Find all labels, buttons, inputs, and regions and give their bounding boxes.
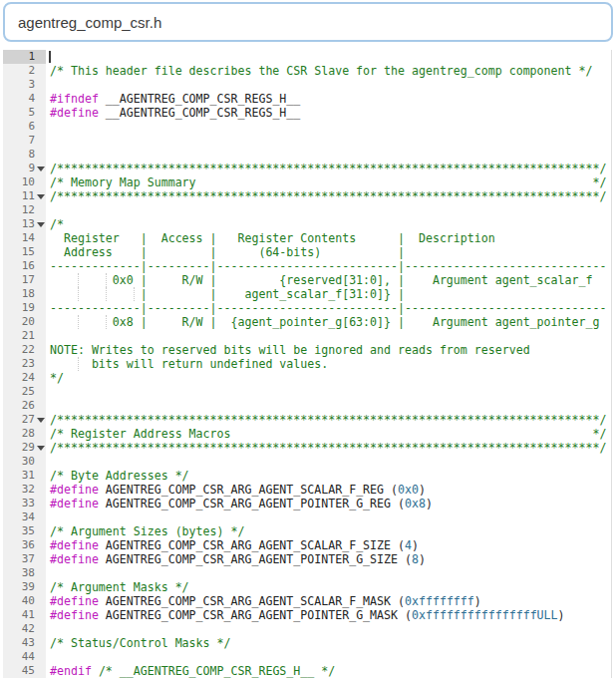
- code-line-text: #define AGENTREG_COMP_CSR_ARG_AGENT_SCAL…: [46, 594, 611, 608]
- gutter-line-number: 40: [3, 594, 46, 608]
- gutter-line-number: 19: [3, 301, 46, 315]
- comment-token: /* Byte Addresses */: [50, 469, 189, 483]
- number-token: 0xffffffff: [405, 594, 474, 608]
- comment-token: */: [50, 371, 64, 385]
- code-line: 14 Register | Access | Register Contents…: [3, 231, 611, 245]
- code-line-text: /* Byte Addresses */: [46, 469, 611, 483]
- gutter-line-number: 14: [3, 231, 46, 245]
- indent-guide: [78, 273, 79, 287]
- code-line: 8: [3, 148, 611, 162]
- fold-spacer: [35, 203, 46, 217]
- gutter-line-number: 39: [3, 580, 46, 594]
- comment-token: | | agent_scalar_f[31:0]} |: [50, 287, 405, 301]
- page: 12/* This header file describes the CSR …: [0, 0, 616, 678]
- code-line-text: #define AGENTREG_COMP_CSR_ARG_AGENT_POIN…: [46, 608, 611, 622]
- comment-token: /* Status/Control Masks */: [50, 636, 230, 650]
- code-line: 18 | | agent_scalar_f[31:0]} |: [3, 287, 611, 301]
- gutter-line-number: 4: [3, 92, 46, 106]
- code-line-text: [46, 399, 611, 413]
- code-token: ): [419, 552, 426, 566]
- code-line: 27/*************************************…: [3, 413, 611, 427]
- fold-spacer: [35, 106, 46, 120]
- code-line: 32#define AGENTREG_COMP_CSR_ARG_AGENT_SC…: [3, 483, 611, 497]
- indent-guide: [78, 287, 79, 301]
- fold-widget[interactable]: [35, 189, 46, 203]
- code-line-text: [46, 510, 611, 524]
- code-line: 20 0x8 | R/W | {agent_pointer_g[63:0]} |…: [3, 315, 611, 329]
- code-line-text: [46, 329, 611, 343]
- fold-spacer: [35, 371, 46, 385]
- code-line-text: /***************************************…: [46, 162, 611, 175]
- gutter-line-number: 44: [3, 650, 46, 664]
- code-line: 42: [3, 622, 611, 636]
- fold-spacer: [35, 524, 46, 538]
- comment-token: /* This header file describes the CSR Sl…: [50, 64, 592, 78]
- code-line-text: /***************************************…: [46, 413, 611, 427]
- number-token: 0x8: [405, 497, 426, 510]
- code-line-text: [46, 622, 611, 636]
- comment-token: /***************************************…: [50, 413, 606, 427]
- code-line-text: 0x0 | R/W | {reserved[31:0], | Argument …: [46, 273, 611, 287]
- preprocessor-token: #ifndef: [50, 92, 99, 106]
- gutter-line-number: 43: [3, 636, 46, 650]
- gutter-line-number: 38: [3, 566, 46, 580]
- fold-spacer: [35, 64, 46, 78]
- fold-widget[interactable]: [35, 441, 46, 455]
- code-line: 35/* Argument Sizes (bytes) */: [3, 524, 611, 538]
- code-line: 7: [3, 134, 611, 148]
- gutter-line-number: 16: [3, 259, 46, 273]
- fold-spacer: [35, 636, 46, 650]
- code-line-text: [46, 385, 611, 399]
- preprocessor-token: #define: [50, 608, 99, 622]
- fold-spacer: [35, 622, 46, 636]
- code-line-text: #define AGENTREG_COMP_CSR_ARG_AGENT_SCAL…: [46, 538, 611, 552]
- code-line-text: #define AGENTREG_COMP_CSR_ARG_AGENT_POIN…: [46, 552, 611, 566]
- code-line-text: #define __AGENTREG_COMP_CSR_REGS_H__: [46, 106, 611, 120]
- fold-spacer: [35, 120, 46, 134]
- fold-spacer: [35, 329, 46, 343]
- code-line: 21: [3, 329, 611, 343]
- fold-widget[interactable]: [35, 162, 46, 175]
- gutter-line-number: 30: [3, 455, 46, 469]
- fold-spacer: [35, 273, 46, 287]
- gutter-line-number: 18: [3, 287, 46, 301]
- code-line-text: #endif /* __AGENTREG_COMP_CSR_REGS_H__ *…: [46, 664, 611, 678]
- code-line-text: /* Register Address Macros */: [46, 427, 611, 441]
- code-line: 40#define AGENTREG_COMP_CSR_ARG_AGENT_SC…: [3, 594, 611, 608]
- code-line: 3: [3, 78, 611, 92]
- code-token: ): [474, 594, 481, 608]
- code-line-text: /* Argument Masks */: [46, 580, 611, 594]
- fold-spacer: [35, 385, 46, 399]
- number-token: 8: [412, 552, 419, 566]
- code-token: AGENTREG_COMP_CSR_ARG_AGENT_SCALAR_F_SIZ…: [99, 538, 405, 552]
- fold-spacer: [35, 538, 46, 552]
- comment-token: /* Register Address Macros */: [50, 427, 606, 441]
- gutter-line-number: 45: [3, 664, 46, 678]
- fold-widget[interactable]: [35, 413, 46, 427]
- fold-spacer: [35, 50, 46, 64]
- fold-spacer: [35, 259, 46, 273]
- indent-guide: [106, 273, 107, 287]
- gutter-line-number: 24: [3, 371, 46, 385]
- filename-input[interactable]: [3, 2, 613, 42]
- comment-token: bits will return undefined values.: [50, 357, 328, 371]
- code-token: __AGENTREG_COMP_CSR_REGS_H__: [99, 106, 300, 120]
- code-line: 29/*************************************…: [3, 441, 611, 455]
- code-line: 1: [3, 50, 611, 64]
- code-line-text: #define AGENTREG_COMP_CSR_ARG_AGENT_POIN…: [46, 497, 611, 510]
- code-editor[interactable]: 12/* This header file describes the CSR …: [3, 50, 612, 678]
- fold-widget[interactable]: [35, 217, 46, 231]
- code-line: 16-------------|---------|--------------…: [3, 259, 611, 273]
- code-line: 23 bits will return undefined values.: [3, 357, 611, 371]
- code-line: 41#define AGENTREG_COMP_CSR_ARG_AGENT_PO…: [3, 608, 611, 622]
- chevron-down-icon: [37, 446, 45, 451]
- gutter-line-number: 32: [3, 483, 46, 497]
- fold-spacer: [35, 287, 46, 301]
- code-line: 31/* Byte Addresses */: [3, 469, 611, 483]
- code-line-text: #define AGENTREG_COMP_CSR_ARG_AGENT_SCAL…: [46, 483, 611, 497]
- code-line-text: [46, 203, 611, 217]
- code-lines: 12/* This header file describes the CSR …: [3, 50, 611, 678]
- code-token: ): [558, 608, 565, 622]
- code-line: 9/**************************************…: [3, 162, 611, 175]
- text-cursor: [49, 51, 51, 63]
